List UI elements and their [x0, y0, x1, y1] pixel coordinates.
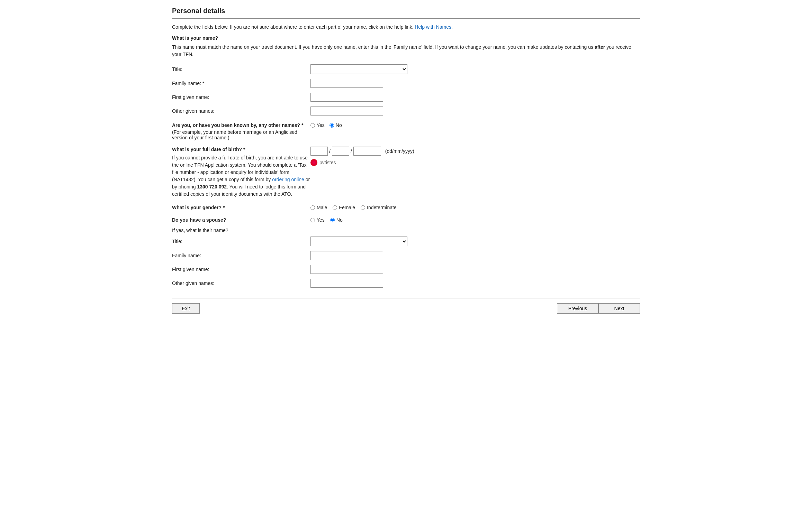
other-names-yes-radio[interactable] [310, 123, 315, 128]
gender-male-option[interactable]: Male [310, 205, 327, 210]
dob-section: What is your full date of birth? * If yo… [172, 147, 640, 198]
spouse-other-given-names-input[interactable] [310, 279, 383, 288]
spouse-title-select[interactable]: Mr Mrs Miss Ms Dr Prof [310, 237, 407, 246]
gender-question: What is your gender? * [172, 205, 310, 210]
title-select[interactable]: Mr Mrs Miss Ms Dr Prof [310, 64, 407, 74]
ordering-online-link[interactable]: ordering online [272, 177, 304, 182]
family-name-input[interactable] [310, 79, 383, 88]
spouse-family-name-label: Family name: [172, 253, 310, 258]
gender-indeterminate-label: Indeterminate [367, 205, 397, 210]
gender-male-label: Male [317, 205, 327, 210]
dob-question: What is your full date of birth? * [172, 147, 310, 152]
dob-format-label: (dd/mm/yyyy) [385, 148, 414, 154]
nav-buttons: Previous Next [557, 303, 640, 314]
spouse-yes-radio[interactable] [310, 218, 315, 222]
gender-female-option[interactable]: Female [333, 205, 355, 210]
spouse-yes-label: Yes [317, 217, 325, 223]
other-names-no-option[interactable]: No [330, 122, 342, 128]
dob-input-group: / / (dd/mm/yyyy) [310, 147, 640, 156]
other-given-names-row: Other given names: [172, 107, 640, 115]
other-names-no-label: No [336, 122, 342, 128]
spouse-yes-option[interactable]: Yes [310, 217, 325, 223]
other-given-names-input[interactable] [310, 107, 383, 115]
spouse-first-given-name-row: First given name: [172, 265, 640, 274]
spouse-no-option[interactable]: No [330, 217, 343, 223]
other-names-question-text: Are you, or have you been known by, any … [172, 122, 310, 128]
other-names-yes-option[interactable]: Yes [310, 122, 325, 128]
spouse-question-label: Do you have a spouse? [172, 217, 310, 223]
other-given-names-label: Other given names: [172, 108, 310, 114]
gender-female-radio[interactable] [333, 205, 337, 210]
pvtistes-watermark: pvtistes [310, 159, 640, 166]
other-names-yes-label: Yes [317, 122, 325, 128]
gender-section: What is your gender? * Male Female Indet… [172, 205, 640, 210]
previous-button[interactable]: Previous [557, 303, 598, 314]
spouse-family-name-input[interactable] [310, 251, 383, 260]
dob-month-input[interactable] [332, 147, 349, 156]
spouse-other-given-names-label: Other given names: [172, 280, 310, 286]
pvtistes-logo-icon [310, 159, 317, 166]
first-given-name-input[interactable] [310, 93, 383, 102]
spouse-family-name-row: Family name: [172, 251, 640, 260]
title-row: Title: Mr Mrs Miss Ms Dr Prof [172, 64, 640, 74]
gender-indeterminate-radio[interactable] [361, 205, 365, 210]
spouse-radio-group: Yes No [310, 217, 343, 223]
name-section-description: This name must match the name on your tr… [172, 44, 640, 58]
page-title: Personal details [172, 7, 640, 15]
spouse-other-given-names-row: Other given names: [172, 279, 640, 288]
spouse-title-label: Title: [172, 239, 310, 244]
family-name-label: Family name: * [172, 81, 310, 86]
gender-female-label: Female [339, 205, 355, 210]
spouse-question-row: Do you have a spouse? Yes No [172, 217, 640, 223]
spouse-title-row: Title: Mr Mrs Miss Ms Dr Prof [172, 237, 640, 246]
spouse-section: Do you have a spouse? Yes No If yes, wha… [172, 217, 640, 288]
spouse-no-label: No [336, 217, 343, 223]
other-names-no-radio[interactable] [330, 123, 334, 128]
gender-male-radio[interactable] [310, 205, 315, 210]
next-button[interactable]: Next [598, 303, 640, 314]
dob-description: If you cannot provide a full date of bir… [172, 154, 310, 198]
other-names-example-text: (For example, your name before marriage … [172, 129, 310, 140]
first-given-name-label: First given name: [172, 94, 310, 100]
title-divider [172, 18, 640, 19]
first-given-name-row: First given name: [172, 93, 640, 102]
exit-button[interactable]: Exit [172, 303, 200, 314]
gender-indeterminate-option[interactable]: Indeterminate [361, 205, 397, 210]
gender-radio-group: Male Female Indeterminate [310, 205, 397, 210]
if-yes-label: If yes, what is their name? [172, 228, 640, 233]
bottom-bar: Exit Previous Next [172, 298, 640, 314]
help-with-names-link[interactable]: Help with Names. [415, 24, 453, 30]
title-label: Title: [172, 66, 310, 72]
intro-text: Complete the fields below. If you are no… [172, 24, 640, 30]
dob-year-input[interactable] [353, 147, 381, 156]
spouse-no-radio[interactable] [330, 218, 335, 222]
spouse-first-given-name-input[interactable] [310, 265, 383, 274]
name-section-heading: What is your name? [172, 35, 640, 41]
family-name-row: Family name: * [172, 79, 640, 88]
spouse-first-given-name-label: First given name: [172, 267, 310, 272]
other-names-section: Are you, or have you been known by, any … [172, 122, 640, 140]
dob-day-input[interactable] [310, 147, 328, 156]
pvtistes-text: pvtistes [319, 160, 336, 165]
